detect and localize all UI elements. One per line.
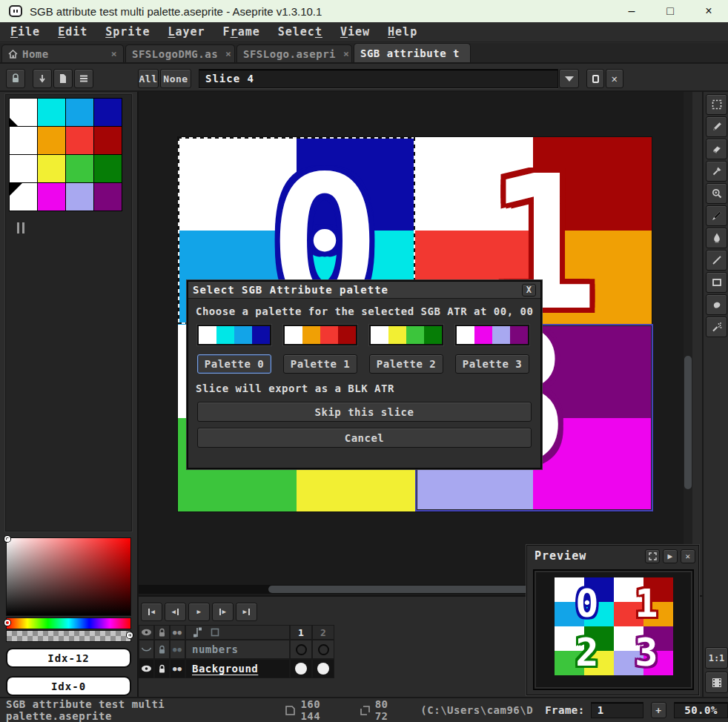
dialog-title-bar[interactable]: Select SGB Attribute palette X: [188, 282, 540, 299]
cel-frame-2[interactable]: [312, 640, 334, 659]
palette-button-1[interactable]: Palette 1: [283, 354, 357, 374]
close-slice-tool-button[interactable]: ✕: [606, 69, 623, 88]
tab-close-icon[interactable]: ×: [336, 48, 349, 59]
menu-frame[interactable]: Frame: [216, 24, 268, 40]
paint-bucket-tool[interactable]: [706, 228, 727, 248]
menu-edit[interactable]: Edit: [50, 24, 95, 40]
layer-structure-icon[interactable]: [192, 626, 204, 638]
foreground-color-button[interactable]: Idx-12: [6, 648, 131, 668]
next-frame-button[interactable]: ▶: [212, 603, 234, 621]
slice-bounds-button[interactable]: [586, 69, 604, 88]
palette-color-0[interactable]: [10, 99, 37, 126]
select-all-button[interactable]: All: [138, 69, 159, 88]
add-frame-button[interactable]: +: [651, 702, 667, 718]
layer-link-toggle[interactable]: ●●: [170, 640, 185, 659]
vertical-scrollbar[interactable]: [684, 92, 692, 585]
palette-color-5[interactable]: [38, 127, 65, 154]
layer-continuous-header[interactable]: ●●: [170, 625, 185, 640]
palette-button-2[interactable]: Palette 2: [369, 354, 443, 374]
palette-button-0[interactable]: Palette 0: [197, 354, 271, 374]
rect-marquee-tool[interactable]: [706, 94, 727, 115]
line-tool[interactable]: [706, 250, 727, 271]
palette-color-2[interactable]: [66, 99, 93, 126]
cel-frame-1[interactable]: [290, 659, 312, 678]
alpha-slider[interactable]: [6, 630, 131, 642]
close-button[interactable]: ×: [689, 0, 728, 22]
palette-color-1[interactable]: [38, 99, 65, 126]
move-down-button[interactable]: [33, 69, 52, 88]
tab-sgb-attribute-t[interactable]: SGB attribute t: [354, 43, 471, 62]
menu-layer[interactable]: Layer: [160, 24, 212, 40]
last-frame-button[interactable]: ▶: [236, 603, 257, 621]
background-color-button[interactable]: Idx-0: [6, 676, 131, 696]
menu-view[interactable]: View: [333, 24, 377, 40]
menu-select[interactable]: Select: [271, 24, 330, 40]
menu-file[interactable]: File: [3, 24, 47, 40]
palette-color-4[interactable]: [10, 127, 37, 154]
palette-color-3[interactable]: [94, 99, 122, 126]
dialog-close-button[interactable]: X: [522, 284, 536, 297]
tab-sfslogodmg-as[interactable]: SFSLogoDMG.as×: [125, 44, 235, 62]
maximize-button[interactable]: □: [651, 0, 689, 22]
tab-home[interactable]: Home×: [1, 44, 124, 62]
menu-sprite[interactable]: Sprite: [98, 24, 157, 40]
palette-color-10[interactable]: [66, 155, 93, 182]
layer-visibility-header[interactable]: [139, 625, 154, 640]
palette-color-15[interactable]: [94, 183, 122, 211]
spray-tool[interactable]: [706, 317, 727, 337]
vertical-scrollbar-thumb[interactable]: [684, 356, 692, 489]
layer-lock-toggle[interactable]: [154, 640, 170, 659]
file-icon[interactable]: [53, 69, 73, 88]
palette-button-3[interactable]: Palette 3: [455, 354, 529, 374]
frame-input[interactable]: 1: [591, 702, 643, 718]
saturation-value-picker[interactable]: [6, 537, 131, 616]
slice-tool[interactable]: [706, 205, 727, 226]
tab-close-icon[interactable]: ×: [104, 48, 117, 59]
palette-color-9[interactable]: [38, 155, 65, 182]
layer-lock-toggle[interactable]: [154, 659, 170, 678]
tab-sfslogo-asepri[interactable]: SFSLogo.asepri×: [236, 44, 352, 62]
preview-close-button[interactable]: ✕: [681, 549, 695, 563]
select-none-button[interactable]: None: [160, 69, 191, 88]
slice-select[interactable]: Slice 4: [199, 69, 558, 88]
layer-name[interactable]: numbers: [185, 640, 290, 659]
zoom-1-1-button[interactable]: 1:1: [705, 647, 728, 669]
layer-visibility-toggle[interactable]: [139, 640, 154, 659]
frame-header-2[interactable]: 2: [312, 625, 334, 640]
layer-link-toggle[interactable]: ●●: [170, 659, 185, 678]
timeline-toggle-button[interactable]: [705, 672, 728, 693]
layer-visibility-toggle[interactable]: [139, 659, 154, 678]
layer-lock-header[interactable]: [154, 625, 170, 640]
hue-slider[interactable]: [6, 617, 131, 629]
cel-frame-1[interactable]: [290, 640, 312, 659]
lock-icon[interactable]: [6, 69, 25, 88]
preview-play-button[interactable]: ▶: [663, 549, 678, 563]
cel-frame-2[interactable]: [312, 659, 334, 678]
tab-close-icon[interactable]: ×: [218, 48, 231, 59]
zoom-level[interactable]: 50.0%: [674, 702, 728, 718]
menu-help[interactable]: Help: [380, 24, 425, 40]
palette-color-14[interactable]: [66, 183, 93, 211]
slice-dropdown-button[interactable]: [559, 69, 579, 88]
first-frame-button[interactable]: ◀: [141, 603, 162, 621]
minimize-button[interactable]: –: [612, 0, 651, 22]
prev-frame-button[interactable]: ◀: [165, 603, 186, 621]
palette-color-13[interactable]: [38, 183, 65, 211]
palette-color-12[interactable]: [10, 183, 37, 211]
onion-skin-icon[interactable]: [210, 627, 220, 637]
eraser-tool[interactable]: [706, 139, 727, 159]
contour-tool[interactable]: [706, 294, 727, 315]
preview-center-button[interactable]: [645, 549, 660, 563]
eyedropper-tool[interactable]: [706, 161, 727, 182]
skip-slice-button[interactable]: Skip this slice: [197, 402, 532, 422]
palette-color-7[interactable]: [94, 127, 122, 154]
palette-color-8[interactable]: [10, 155, 37, 182]
frame-header-1[interactable]: 1: [290, 625, 312, 640]
preview-title-bar[interactable]: Preview ▶ ✕: [527, 546, 698, 566]
palette-resize-handle[interactable]: [17, 222, 24, 234]
play-button[interactable]: ▶: [188, 603, 210, 621]
pencil-tool[interactable]: [706, 116, 727, 137]
rectangle-tool[interactable]: [706, 272, 727, 293]
cancel-button[interactable]: Cancel: [197, 428, 532, 448]
palette-color-6[interactable]: [66, 127, 93, 154]
